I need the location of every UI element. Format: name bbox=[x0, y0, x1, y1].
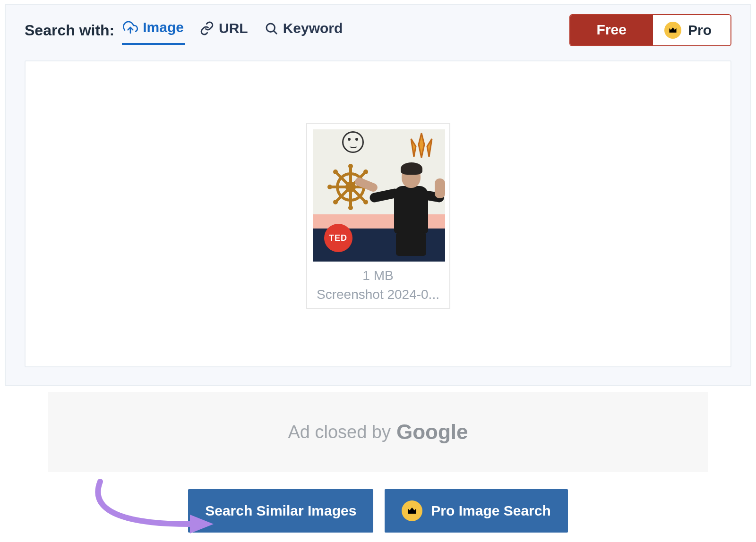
uploaded-file-name: Screenshot 2024-0... bbox=[313, 287, 444, 302]
plan-free-button[interactable]: Free bbox=[570, 15, 653, 45]
link-icon bbox=[200, 21, 214, 35]
speaker-figure bbox=[380, 162, 437, 257]
ted-badge: TED bbox=[324, 224, 352, 252]
search-similar-button[interactable]: Search Similar Images bbox=[188, 489, 373, 533]
svg-point-10 bbox=[327, 185, 332, 189]
upload-cloud-icon bbox=[123, 20, 138, 35]
svg-line-1 bbox=[274, 31, 276, 34]
plan-pro-label: Pro bbox=[688, 22, 712, 38]
plan-free-label: Free bbox=[597, 22, 627, 37]
search-similar-label: Search Similar Images bbox=[205, 503, 356, 519]
flame-icon bbox=[407, 130, 436, 159]
crown-icon bbox=[402, 500, 422, 521]
svg-point-12 bbox=[333, 169, 338, 174]
search-tabs: Image URL Keyword bbox=[122, 16, 344, 45]
svg-point-13 bbox=[363, 200, 368, 204]
search-icon bbox=[264, 21, 278, 35]
search-left: Search with: Image URL bbox=[25, 16, 344, 45]
pro-image-search-label: Pro Image Search bbox=[431, 503, 550, 519]
tab-url[interactable]: URL bbox=[199, 17, 249, 44]
search-with-label: Search with: bbox=[25, 22, 114, 39]
ad-closed-text: Ad closed by bbox=[288, 422, 391, 442]
crown-icon bbox=[664, 22, 681, 39]
svg-point-8 bbox=[348, 164, 353, 169]
search-panel: Search with: Image URL bbox=[5, 4, 751, 386]
uploaded-thumbnail-image: TED bbox=[313, 129, 445, 262]
uploaded-file-size: 1 MB bbox=[313, 268, 444, 283]
svg-point-14 bbox=[363, 169, 368, 174]
svg-point-15 bbox=[333, 200, 338, 204]
uploaded-thumbnail-card[interactable]: TED 1 MB Screenshot 2024-0... bbox=[306, 123, 450, 309]
tab-keyword[interactable]: Keyword bbox=[263, 17, 344, 44]
ad-banner: Ad closed by Google bbox=[48, 392, 708, 472]
tab-image[interactable]: Image bbox=[122, 16, 185, 45]
pro-image-search-button[interactable]: Pro Image Search bbox=[385, 489, 567, 533]
tab-url-label: URL bbox=[219, 20, 248, 36]
google-logo-text: Google bbox=[396, 420, 468, 444]
svg-point-9 bbox=[348, 205, 353, 210]
plan-toggle: Free Pro bbox=[569, 14, 731, 46]
search-top-row: Search with: Image URL bbox=[25, 14, 731, 46]
tab-keyword-label: Keyword bbox=[283, 20, 343, 36]
tab-image-label: Image bbox=[143, 19, 184, 35]
actions-row: Search Similar Images Pro Image Search bbox=[0, 489, 756, 533]
upload-dropzone[interactable]: TED 1 MB Screenshot 2024-0... bbox=[25, 60, 731, 367]
plan-pro-button[interactable]: Pro bbox=[653, 15, 730, 45]
